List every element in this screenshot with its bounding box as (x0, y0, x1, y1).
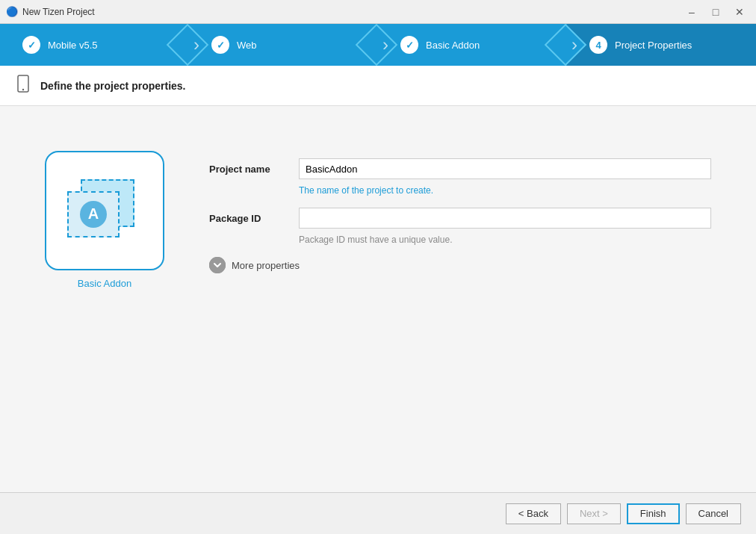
package-id-label: Package ID (209, 213, 284, 224)
project-name-input[interactable] (299, 158, 711, 179)
svg-point-1 (22, 89, 24, 90)
step-web-circle: ✓ (211, 36, 229, 54)
step-basic-addon-circle: ✓ (400, 36, 418, 54)
icon-letter: A (80, 201, 107, 228)
project-icon-box: A (45, 151, 164, 270)
cancel-button[interactable]: Cancel (686, 503, 741, 524)
more-properties-icon (209, 257, 226, 273)
close-button[interactable]: ✕ (729, 4, 750, 20)
next-button[interactable]: Next > (567, 503, 621, 524)
step-project-properties-circle: 4 (589, 36, 607, 54)
package-id-row: Package ID (209, 208, 711, 229)
maximize-button[interactable]: □ (705, 4, 726, 20)
step-basic-addon: ✓ Basic Addon › (378, 24, 567, 66)
step-project-properties-label: Project Properties (615, 40, 692, 51)
more-properties-toggle[interactable]: More properties (209, 257, 711, 273)
project-name-row: Project name (209, 158, 711, 179)
content-header: Define the project properties. (0, 66, 756, 106)
titlebar-left: 🔵 New Tizen Project (6, 6, 95, 18)
project-name-label: Project name (209, 164, 284, 175)
step-basic-addon-label: Basic Addon (426, 40, 480, 51)
page-icon (15, 75, 31, 96)
svg-point-2 (209, 257, 226, 273)
project-icon-area: A Basic Addon (45, 151, 164, 289)
footer: < Back Next > Finish Cancel (0, 492, 756, 534)
step-mobile-circle: ✓ (22, 36, 40, 54)
step-mobile-label: Mobile v5.5 (48, 40, 97, 51)
main-content: A Basic Addon Project name The name of t… (0, 106, 756, 496)
form-area: Project name The name of the project to … (209, 158, 711, 273)
step-web: ✓ Web › (189, 24, 378, 66)
finish-button[interactable]: Finish (627, 503, 680, 524)
titlebar: 🔵 New Tizen Project – □ ✕ (0, 0, 756, 24)
step-project-properties: 4 Project Properties (567, 24, 756, 66)
step-web-label: Web (237, 40, 257, 51)
back-button[interactable]: < Back (506, 503, 561, 524)
page-title: Define the project properties. (40, 80, 185, 92)
package-id-hint: Package ID must have a unique value. (299, 235, 711, 245)
app-icon: 🔵 (6, 6, 18, 18)
titlebar-controls: – □ ✕ (681, 4, 750, 20)
minimize-button[interactable]: – (681, 4, 702, 20)
titlebar-title: New Tizen Project (22, 7, 95, 17)
package-id-input[interactable] (299, 208, 711, 229)
step-mobile: ✓ Mobile v5.5 › (0, 24, 189, 66)
project-name-hint: The name of the project to create. (299, 185, 711, 196)
project-icon-label: Basic Addon (78, 278, 131, 289)
more-properties-label: More properties (232, 260, 300, 271)
wizard-header: ✓ Mobile v5.5 › ✓ Web › ✓ Basic Addon › … (0, 24, 756, 66)
